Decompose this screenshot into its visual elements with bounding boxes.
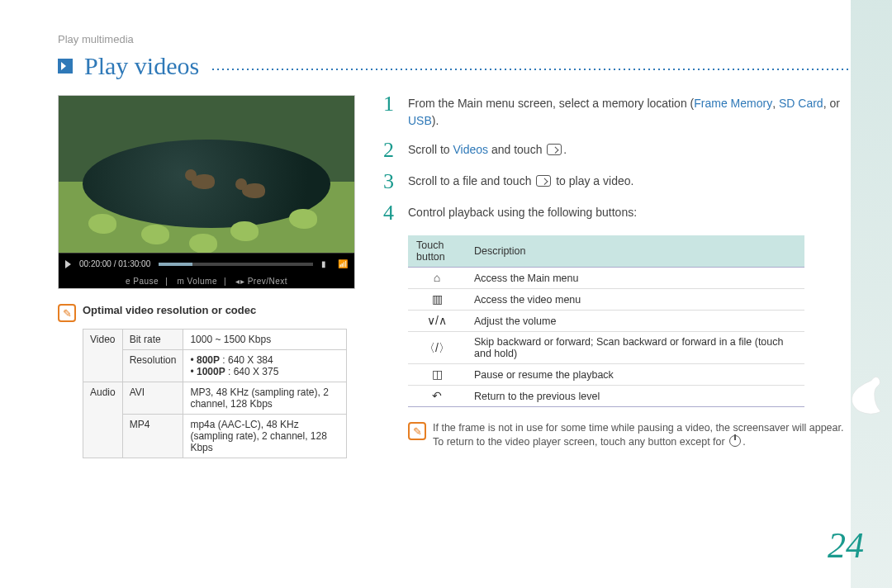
desc-menu: Access the video menu bbox=[466, 289, 804, 311]
codec-val-mp4: mp4a (AAC-LC), 48 KHz (sampling rate), 2… bbox=[183, 415, 347, 458]
btns-th-desc: Description bbox=[466, 235, 804, 268]
touch-button-table: Touch button Description ⌂Access the Mai… bbox=[408, 235, 804, 407]
codec-val-res: • 800P : 640 X 384• 1000P : 640 X 375 bbox=[183, 350, 347, 382]
play-icon bbox=[65, 260, 71, 268]
codec-sub-mp4: MP4 bbox=[122, 415, 183, 458]
goose-illustration bbox=[847, 373, 887, 423]
table-row: ∨/∧Adjust the volume bbox=[408, 311, 804, 332]
table-row: ⌂Access the Main menu bbox=[408, 268, 804, 289]
power-icon bbox=[729, 435, 741, 447]
player-hints: e Pause| m Volume| ◂▸ Prev/Next bbox=[59, 274, 354, 288]
note-icon: ✎ bbox=[58, 304, 76, 322]
btns-th-button: Touch button bbox=[408, 235, 466, 268]
table-row: ▥Access the video menu bbox=[408, 289, 804, 311]
enter-icon bbox=[536, 175, 551, 187]
codec-table: Video Bit rate 1000 ~ 1500 Kbps Resoluti… bbox=[83, 329, 347, 458]
step-2: 2 Scroll to Videos and touch . bbox=[383, 141, 851, 161]
screensaver-note: If the frame is not in use for some time… bbox=[433, 422, 851, 448]
breadcrumb: Play multimedia bbox=[58, 33, 851, 45]
note-icon: ✎ bbox=[408, 422, 426, 440]
desc-skip: Skip backward or forward; Scan backward … bbox=[466, 332, 804, 364]
codec-cat-video: Video bbox=[83, 330, 123, 382]
title-row: Play videos bbox=[58, 52, 851, 80]
desc-volume: Adjust the volume bbox=[466, 311, 804, 332]
table-row: ◫Pause or resume the playback bbox=[408, 364, 804, 386]
video-frame bbox=[59, 96, 354, 253]
player-controls: 00:20:00 / 01:30:00 ▮ 📶 bbox=[59, 253, 354, 274]
page-number: 24 bbox=[828, 524, 864, 567]
hint-volume: m Volume bbox=[178, 277, 217, 286]
menu-icon: ▥ bbox=[432, 293, 443, 305]
kw-usb: USB bbox=[408, 114, 432, 127]
step-num-2: 2 bbox=[383, 140, 398, 161]
enter-icon bbox=[547, 144, 562, 155]
step-num-3: 3 bbox=[383, 171, 398, 192]
sidebar-art bbox=[851, 0, 892, 588]
kw-frame-memory: Frame Memory bbox=[694, 97, 772, 110]
signal-icon: 📶 bbox=[338, 259, 348, 268]
hint-prevnext: ◂▸ Prev/Next bbox=[235, 277, 287, 286]
player-progress bbox=[159, 263, 313, 266]
step-body-1: From the Main menu screen, select a memo… bbox=[408, 95, 851, 130]
title-dots bbox=[211, 59, 851, 74]
step-body-4: Control playback using the following but… bbox=[408, 204, 851, 221]
kw-videos: Videos bbox=[453, 143, 488, 156]
step-num-1: 1 bbox=[383, 93, 398, 115]
step-body-2: Scroll to Videos and touch . bbox=[408, 141, 851, 159]
table-row: 〈/〉Skip backward or forward; Scan backwa… bbox=[408, 332, 804, 364]
step-4: 4 Control playback using the following b… bbox=[383, 204, 851, 224]
playpause-icon: ◫ bbox=[432, 368, 443, 380]
step-3: 3 Scroll to a file and touch to play a v… bbox=[383, 173, 851, 192]
back-icon: ↶ bbox=[432, 390, 442, 401]
battery-icon: ▮ bbox=[321, 259, 326, 268]
desc-pause: Pause or resume the playback bbox=[466, 364, 804, 386]
codec-val-bitrate: 1000 ~ 1500 Kbps bbox=[183, 330, 347, 350]
updown-icon: ∨/∧ bbox=[427, 315, 447, 326]
page-title: Play videos bbox=[84, 52, 199, 80]
play-section-icon bbox=[58, 59, 73, 74]
desc-home: Access the Main menu bbox=[466, 268, 804, 289]
codec-sub-res: Resolution bbox=[122, 350, 183, 382]
codec-val-avi: MP3, 48 KHz (sampling rate), 2 channel, … bbox=[183, 382, 347, 415]
hint-pause: e Pause bbox=[126, 277, 159, 286]
codec-cat-audio: Audio bbox=[83, 382, 123, 458]
kw-sd-card: SD Card bbox=[779, 97, 823, 110]
step-num-4: 4 bbox=[383, 202, 398, 224]
codec-note-title: Optimal video resolution or codec bbox=[83, 304, 256, 316]
codec-sub-bitrate: Bit rate bbox=[122, 330, 183, 350]
desc-back: Return to the previous level bbox=[466, 386, 804, 407]
prevnext-icon: 〈/〉 bbox=[424, 342, 450, 353]
step-body-3: Scroll to a file and touch to play a vid… bbox=[408, 173, 851, 190]
home-icon: ⌂ bbox=[434, 272, 440, 283]
step-1: 1 From the Main menu screen, select a me… bbox=[383, 95, 851, 130]
video-player-mock: 00:20:00 / 01:30:00 ▮ 📶 e Pause| m Volum… bbox=[58, 95, 355, 289]
table-row: ↶Return to the previous level bbox=[408, 386, 804, 407]
codec-sub-avi: AVI bbox=[122, 382, 183, 415]
player-time: 00:20:00 / 01:30:00 bbox=[79, 259, 150, 268]
